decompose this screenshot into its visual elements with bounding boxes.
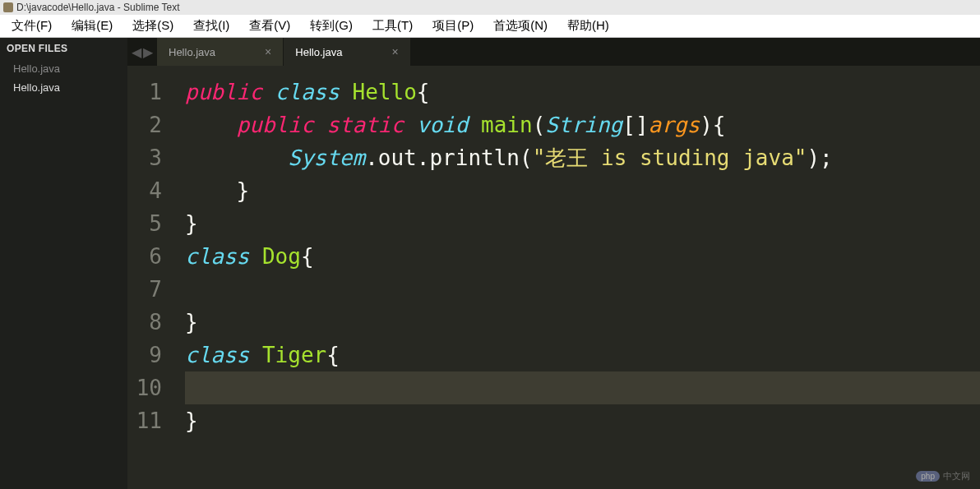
title-bar: D:\javacode\Hello.java - Sublime Text [0, 0, 980, 15]
code-line[interactable]: } [185, 207, 980, 240]
tab-0[interactable]: Hello.java× [157, 38, 284, 66]
menu-item-5[interactable]: 转到(G) [300, 18, 363, 34]
line-number: 7 [127, 273, 162, 306]
tab-nav-arrows[interactable]: ◀ ▶ [127, 38, 157, 66]
code-area[interactable]: 1234567891011 public class Hello{ public… [127, 66, 980, 489]
php-badge: php [916, 471, 940, 482]
line-number: 3 [127, 141, 162, 174]
code-line[interactable]: public class Hello{ [185, 76, 980, 108]
code-line[interactable]: } [185, 306, 980, 339]
editor-area: ◀ ▶ Hello.java×Hello.java× 1234567891011… [127, 38, 980, 489]
tab-next-icon[interactable]: ▶ [143, 44, 153, 60]
code-line[interactable]: class Tiger{ [185, 339, 980, 371]
tab-row: ◀ ▶ Hello.java×Hello.java× [127, 38, 980, 66]
code-line[interactable]: public static void main(String[]args){ [185, 108, 980, 141]
line-number: 1 [127, 76, 162, 108]
line-number: 8 [127, 306, 162, 339]
open-files-header: OPEN FILES [0, 38, 127, 59]
code-line[interactable] [185, 371, 980, 404]
line-number: 9 [127, 339, 162, 371]
window-title: D:\javacode\Hello.java - Sublime Text [16, 2, 180, 13]
line-number: 6 [127, 240, 162, 273]
code-line[interactable]: } [185, 174, 980, 207]
menu-item-6[interactable]: 工具(T) [363, 18, 423, 34]
code-line[interactable]: System.out.println("老王 is studing java")… [185, 141, 980, 174]
tab-prev-icon[interactable]: ◀ [132, 44, 141, 60]
close-icon[interactable]: × [391, 45, 398, 58]
code-line[interactable]: class Dog{ [185, 240, 980, 273]
tab-label: Hello.java [169, 46, 215, 58]
line-number-gutter: 1234567891011 [127, 66, 177, 489]
menu-item-3[interactable]: 查找(I) [183, 18, 239, 34]
line-number: 4 [127, 174, 162, 207]
menu-item-7[interactable]: 项目(P) [423, 18, 483, 34]
menu-item-9[interactable]: 帮助(H) [557, 18, 619, 34]
menu-bar: 文件(F)编辑(E)选择(S)查找(I)查看(V)转到(G)工具(T)项目(P)… [0, 15, 980, 38]
close-icon[interactable]: × [265, 45, 271, 58]
line-number: 10 [127, 371, 162, 404]
code-line[interactable] [185, 273, 980, 306]
app-icon [3, 2, 13, 12]
line-number: 11 [127, 404, 162, 437]
menu-item-0[interactable]: 文件(F) [2, 18, 62, 34]
code-line[interactable]: } [185, 404, 980, 437]
line-number: 5 [127, 207, 162, 240]
code-content[interactable]: public class Hello{ public static void m… [177, 66, 980, 489]
sidebar: OPEN FILES Hello.javaHello.java [0, 38, 127, 489]
sidebar-file-1[interactable]: Hello.java [0, 78, 127, 97]
tab-1[interactable]: Hello.java× [284, 38, 410, 66]
watermark: php 中文网 [916, 470, 970, 482]
menu-item-2[interactable]: 选择(S) [122, 18, 183, 34]
menu-item-4[interactable]: 查看(V) [239, 18, 300, 34]
line-number: 2 [127, 108, 162, 141]
sidebar-file-0[interactable]: Hello.java [0, 59, 127, 78]
menu-item-1[interactable]: 编辑(E) [62, 18, 122, 34]
tab-label: Hello.java [295, 46, 342, 58]
watermark-text: 中文网 [943, 470, 970, 482]
menu-item-8[interactable]: 首选项(N) [483, 18, 557, 34]
